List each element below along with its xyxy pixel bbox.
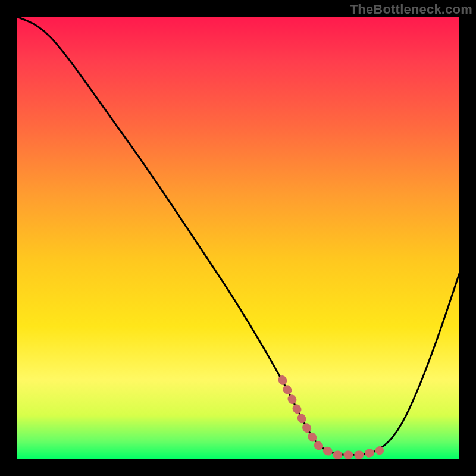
chart-plot-area [17, 17, 459, 459]
trough-dots [282, 380, 380, 455]
watermark-text: TheBottleneck.com [350, 2, 472, 17]
bottleneck-curve [17, 17, 459, 455]
chart-svg [17, 17, 459, 459]
